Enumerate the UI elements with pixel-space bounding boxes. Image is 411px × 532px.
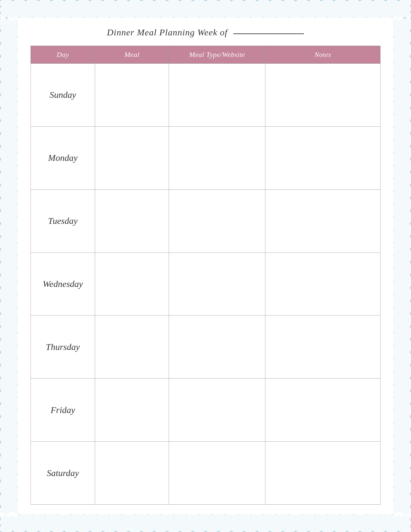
week-of-underline [233, 33, 304, 34]
meal-planning-table: Day Meal Meal Type/Website Notes SundayM… [31, 46, 380, 505]
notes-cell[interactable] [265, 189, 380, 252]
page: Dinner Meal Planning Week of Day Meal Me… [0, 0, 411, 532]
header-day: Day [31, 46, 95, 64]
day-cell: Monday [31, 126, 95, 189]
table-row: Tuesday [31, 189, 380, 252]
meal-type-cell[interactable] [169, 442, 265, 505]
meal-type-cell[interactable] [169, 126, 265, 189]
meal-cell[interactable] [95, 126, 169, 189]
notes-cell[interactable] [265, 379, 380, 442]
notes-cell[interactable] [265, 64, 380, 127]
meal-cell[interactable] [95, 316, 169, 379]
meal-cell[interactable] [95, 64, 169, 127]
meal-cell[interactable] [95, 189, 169, 252]
day-cell: Sunday [31, 64, 95, 127]
header-meal: Meal [95, 46, 169, 64]
header-notes: Notes [265, 46, 380, 64]
svg-rect-8 [393, 0, 411, 532]
table-row: Friday [31, 379, 380, 442]
content-area: Dinner Meal Planning Week of Day Meal Me… [18, 18, 393, 514]
day-cell: Friday [31, 379, 95, 442]
day-cell: Tuesday [31, 189, 95, 252]
table-row: Sunday [31, 64, 380, 127]
day-cell: Wednesday [31, 252, 95, 316]
meal-type-cell[interactable] [169, 316, 265, 379]
svg-rect-5 [0, 0, 411, 18]
table-row: Saturday [31, 442, 380, 505]
notes-cell[interactable] [265, 442, 380, 505]
meal-type-cell[interactable] [169, 64, 265, 127]
table-header-row: Day Meal Meal Type/Website Notes [31, 46, 380, 64]
svg-rect-6 [0, 514, 411, 532]
table-row: Wednesday [31, 252, 380, 316]
meal-cell[interactable] [95, 252, 169, 316]
meal-cell[interactable] [95, 442, 169, 505]
header-meal-type: Meal Type/Website [169, 46, 265, 64]
meal-cell[interactable] [95, 379, 169, 442]
meal-type-cell[interactable] [169, 379, 265, 442]
meal-type-cell[interactable] [169, 252, 265, 316]
day-cell: Saturday [31, 442, 95, 505]
notes-cell[interactable] [265, 316, 380, 379]
title-text: Dinner Meal Planning Week of [107, 27, 228, 38]
table-row: Thursday [31, 316, 380, 379]
svg-rect-7 [0, 0, 18, 532]
notes-cell[interactable] [265, 252, 380, 316]
day-cell: Thursday [31, 316, 95, 379]
table-row: Monday [31, 126, 380, 189]
page-title: Dinner Meal Planning Week of [31, 27, 380, 38]
meal-type-cell[interactable] [169, 189, 265, 252]
notes-cell[interactable] [265, 126, 380, 189]
